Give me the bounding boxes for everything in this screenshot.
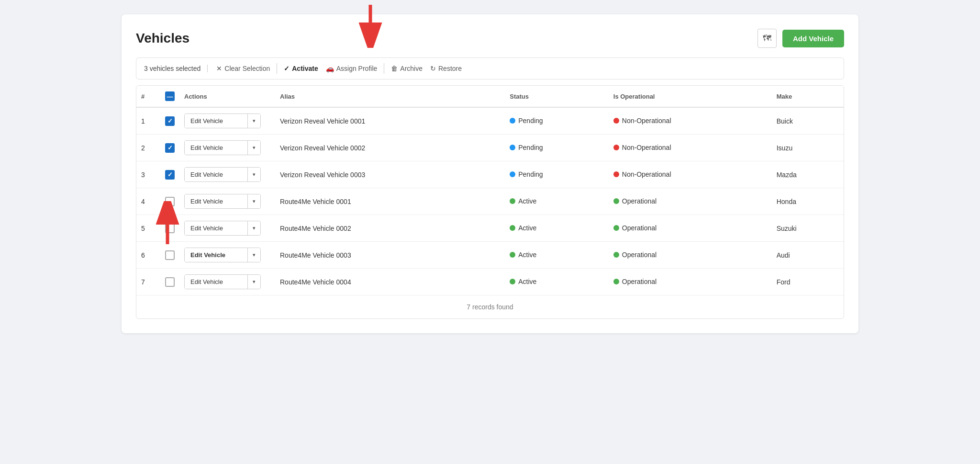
restore-icon: ↻ [430, 65, 436, 72]
row-num: 1 [136, 107, 160, 135]
row-checkbox[interactable] [165, 250, 175, 260]
row-make: Honda [772, 188, 844, 215]
edit-vehicle-button[interactable]: Edit Vehicle [185, 141, 247, 155]
assign-profile-button[interactable]: 🚗 Assign Profile [322, 63, 381, 74]
edit-vehicle-button[interactable]: Edit Vehicle [185, 221, 247, 235]
row-num: 4 [136, 188, 160, 215]
status-dot-icon [510, 145, 515, 150]
operational-dot-icon [613, 198, 619, 204]
row-checkbox-cell[interactable] [160, 215, 179, 242]
action-btn-group: Edit Vehicle▾ [184, 140, 261, 155]
select-all-checkbox[interactable] [165, 91, 175, 101]
row-checkbox-cell[interactable] [160, 242, 179, 269]
row-status: Pending [505, 161, 609, 188]
vehicles-table: # Actions Alias Status Is Operational Ma… [136, 86, 844, 318]
row-action-cell: Edit Vehicle▾ [179, 188, 275, 215]
row-make: Buick [772, 107, 844, 135]
clear-selection-button[interactable]: ✕ Clear Selection [212, 63, 274, 74]
row-checkbox[interactable] [165, 116, 175, 126]
action-dropdown-button[interactable]: ▾ [247, 141, 260, 155]
toolbar-divider-1 [277, 63, 277, 74]
row-alias: Verizon Reveal Vehicle 0002 [275, 135, 505, 161]
archive-icon: 🗑 [391, 65, 398, 72]
row-checkbox[interactable] [165, 143, 175, 153]
status-dot-icon [510, 279, 515, 284]
row-operational: Non-Operational [609, 107, 772, 135]
table-row: 1Edit Vehicle▾Verizon Reveal Vehicle 000… [136, 107, 844, 135]
operational-dot-icon [613, 252, 619, 258]
row-make: Ford [772, 269, 844, 295]
activate-button[interactable]: ✓ Activate [280, 63, 322, 74]
row-status: Pending [505, 135, 609, 161]
status-dot-icon [510, 171, 515, 177]
row-checkbox-cell[interactable] [160, 135, 179, 161]
row-status: Active [505, 242, 609, 269]
row-checkbox[interactable] [165, 197, 175, 206]
action-btn-group: Edit Vehicle▾ [184, 194, 261, 209]
row-alias: Route4Me Vehicle 0002 [275, 215, 505, 242]
action-dropdown-button[interactable]: ▾ [247, 248, 260, 262]
row-checkbox-cell[interactable] [160, 161, 179, 188]
row-num: 2 [136, 135, 160, 161]
row-checkbox[interactable] [165, 170, 175, 180]
row-make: Audi [772, 242, 844, 269]
table-row: 4Edit Vehicle▾Route4Me Vehicle 0001Activ… [136, 188, 844, 215]
operational-dot-icon [613, 145, 619, 150]
table-row: 6Edit Vehicle▾Route4Me Vehicle 0003Activ… [136, 242, 844, 269]
action-btn-group: Edit Vehicle▾ [184, 167, 261, 182]
row-status: Pending [505, 107, 609, 135]
header-actions: 🗺 Add Vehicle [757, 29, 844, 48]
row-action-cell: Edit Vehicle▾ [179, 269, 275, 295]
row-action-cell: Edit Vehicle▾ [179, 107, 275, 135]
restore-button[interactable]: ↻ Restore [426, 63, 466, 74]
row-action-cell: Edit Vehicle▾ [179, 215, 275, 242]
toolbar-divider-2 [384, 63, 384, 74]
add-vehicle-button[interactable]: Add Vehicle [782, 30, 844, 47]
row-checkbox[interactable] [165, 277, 175, 287]
table-row: 2Edit Vehicle▾Verizon Reveal Vehicle 000… [136, 135, 844, 161]
col-header-check[interactable] [160, 86, 179, 107]
row-num: 7 [136, 269, 160, 295]
edit-vehicle-button[interactable]: Edit Vehicle [185, 248, 247, 262]
row-checkbox-cell[interactable] [160, 107, 179, 135]
archive-button[interactable]: 🗑 Archive [387, 63, 426, 74]
edit-vehicle-button[interactable]: Edit Vehicle [185, 194, 247, 208]
action-btn-group: Edit Vehicle▾ [184, 113, 261, 128]
action-btn-group: Edit Vehicle▾ [184, 248, 261, 262]
action-dropdown-button[interactable]: ▾ [247, 168, 260, 181]
row-action-cell: Edit Vehicle▾ [179, 242, 275, 269]
row-alias: Verizon Reveal Vehicle 0003 [275, 161, 505, 188]
map-icon-button[interactable]: 🗺 [757, 29, 777, 48]
page-title: Vehicles [136, 31, 189, 46]
row-alias: Route4Me Vehicle 0001 [275, 188, 505, 215]
row-status: Active [505, 188, 609, 215]
table-row: 3Edit Vehicle▾Verizon Reveal Vehicle 000… [136, 161, 844, 188]
row-status: Active [505, 215, 609, 242]
row-num: 3 [136, 161, 160, 188]
edit-vehicle-button[interactable]: Edit Vehicle [185, 275, 247, 289]
row-action-cell: Edit Vehicle▾ [179, 135, 275, 161]
activate-icon: ✓ [284, 65, 290, 72]
selected-count-label: 3 vehicles selected [144, 65, 208, 72]
action-dropdown-button[interactable]: ▾ [247, 221, 260, 235]
col-header-make: Make [772, 86, 844, 107]
row-operational: Operational [609, 188, 772, 215]
row-num: 5 [136, 215, 160, 242]
operational-dot-icon [613, 171, 619, 177]
row-make: Isuzu [772, 135, 844, 161]
table-footer-row: 7 records found [136, 295, 844, 319]
action-dropdown-button[interactable]: ▾ [247, 194, 260, 208]
edit-vehicle-button[interactable]: Edit Vehicle [185, 114, 247, 128]
toolbar: 3 vehicles selected ✕ Clear Selection ✓ … [136, 57, 844, 79]
edit-vehicle-button[interactable]: Edit Vehicle [185, 168, 247, 181]
col-header-actions: Actions [179, 86, 275, 107]
row-checkbox[interactable] [165, 224, 175, 233]
row-checkbox-cell[interactable] [160, 188, 179, 215]
action-dropdown-button[interactable]: ▾ [247, 114, 260, 128]
row-alias: Route4Me Vehicle 0004 [275, 269, 505, 295]
action-dropdown-button[interactable]: ▾ [247, 275, 260, 289]
action-btn-group: Edit Vehicle▾ [184, 274, 261, 289]
row-checkbox-cell[interactable] [160, 269, 179, 295]
row-num: 6 [136, 242, 160, 269]
row-make: Mazda [772, 161, 844, 188]
